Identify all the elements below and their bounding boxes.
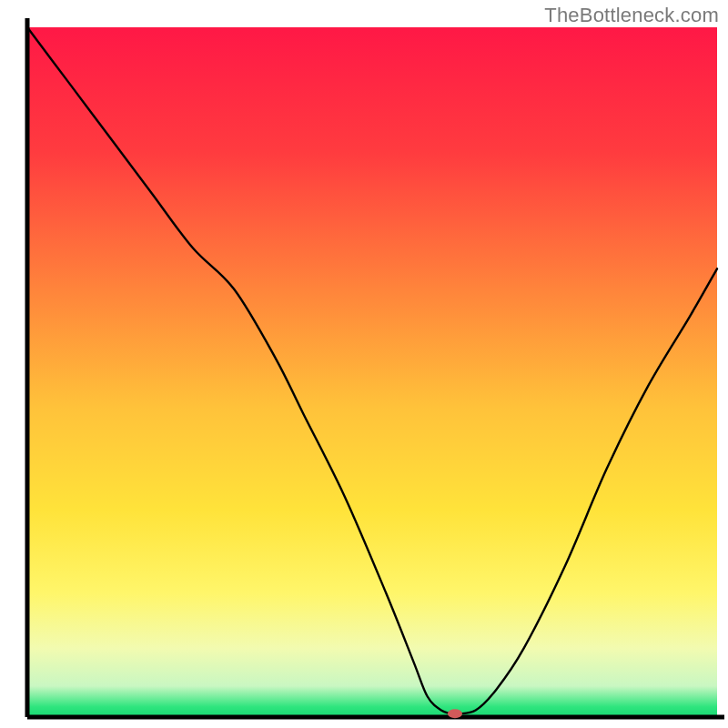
chart-background: [27, 27, 717, 717]
bottleneck-chart: [0, 0, 728, 728]
optimal-marker: [448, 709, 462, 718]
chart-container: TheBottleneck.com: [0, 0, 728, 728]
